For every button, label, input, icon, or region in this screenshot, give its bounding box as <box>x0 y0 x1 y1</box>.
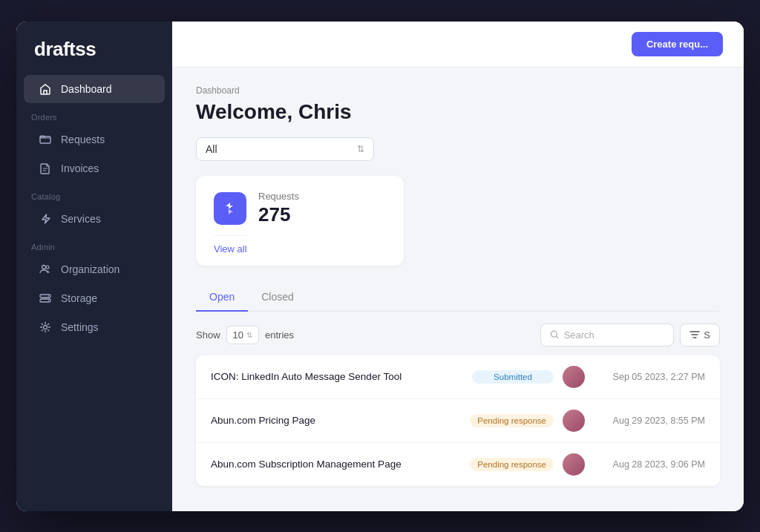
folder-icon <box>39 133 52 146</box>
sidebar-item-organization-label: Organization <box>61 263 119 275</box>
sidebar-item-dashboard[interactable]: Dashboard <box>24 75 165 103</box>
svg-point-7 <box>48 295 50 297</box>
entries-value: 10 <box>233 329 243 341</box>
table-row[interactable]: Abun.com Pricing Page Pending response A… <box>196 399 720 443</box>
sidebar-item-invoices-label: Invoices <box>61 162 99 174</box>
stats-card-top: Requests 275 <box>214 191 386 226</box>
orders-section-label: Orders <box>16 104 172 125</box>
file-icon <box>39 162 52 175</box>
app-window: draftss Dashboard Orders <box>16 22 744 511</box>
catalog-section-label: Catalog <box>16 183 172 204</box>
storage-icon <box>39 292 52 305</box>
status-badge: Pending response <box>470 414 554 427</box>
content-area: Dashboard Welcome, Chris All ⇅ <box>172 68 744 511</box>
svg-point-4 <box>46 266 49 269</box>
sidebar: draftss Dashboard Orders <box>16 22 172 511</box>
main-content: Create requ... Dashboard Welcome, Chris … <box>172 22 744 511</box>
filter-value: All <box>206 143 217 155</box>
sidebar-item-settings[interactable]: Settings <box>24 313 165 341</box>
sidebar-item-organization[interactable]: Organization <box>24 255 165 283</box>
gear-icon <box>39 321 52 334</box>
row-date: Aug 28 2023, 9:06 PM <box>594 459 705 470</box>
tab-open[interactable]: Open <box>196 283 248 312</box>
requests-table: ICON: LinkedIn Auto Message Sender Tool … <box>196 355 720 486</box>
view-all-link[interactable]: View all <box>214 235 247 254</box>
table-row[interactable]: ICON: LinkedIn Auto Message Sender Tool … <box>196 355 720 399</box>
lightning-icon <box>39 212 52 226</box>
stats-label: Requests <box>258 191 299 202</box>
sidebar-item-settings-label: Settings <box>61 321 99 333</box>
table-toolbar: Show 10 ⇅ entries <box>196 324 720 347</box>
breadcrumb: Dashboard <box>196 85 720 96</box>
sidebar-item-invoices[interactable]: Invoices <box>24 154 165 183</box>
svg-point-9 <box>44 325 48 329</box>
filter-label: S <box>704 329 710 341</box>
entries-select[interactable]: 10 ⇅ <box>226 326 259 344</box>
admin-section-label: Admin <box>16 234 172 254</box>
show-entries: Show 10 ⇅ entries <box>196 326 294 344</box>
chevron-updown-icon: ⇅ <box>357 144 364 154</box>
request-tabs: Open Closed <box>196 283 720 312</box>
page-title: Welcome, Chris <box>196 100 720 124</box>
status-badge: Pending response <box>470 458 554 471</box>
home-icon <box>39 82 52 96</box>
entries-arrows: ⇅ <box>246 331 252 339</box>
sort-filter-button[interactable]: S <box>680 324 720 347</box>
stats-card: Requests 275 View all <box>196 176 404 266</box>
avatar <box>563 410 585 432</box>
avatar <box>563 453 585 476</box>
topbar: Create requ... <box>172 22 744 68</box>
row-date: Sep 05 2023, 2:27 PM <box>594 372 705 382</box>
stats-info: Requests 275 <box>258 191 299 226</box>
status-badge: Submitted <box>472 370 554 384</box>
users-icon <box>39 263 52 276</box>
sidebar-item-services-label: Services <box>61 213 101 225</box>
svg-point-3 <box>42 265 46 269</box>
tab-closed[interactable]: Closed <box>248 283 307 312</box>
stats-value: 275 <box>258 203 299 226</box>
search-area: S <box>540 324 720 347</box>
row-title: Abun.com Pricing Page <box>211 415 461 426</box>
table-row[interactable]: Abun.com Subscription Management Page Pe… <box>196 443 720 486</box>
sidebar-item-services[interactable]: Services <box>24 205 165 233</box>
sidebar-item-requests-label: Requests <box>61 134 105 145</box>
search-input[interactable] <box>564 329 665 341</box>
app-logo: draftss <box>16 22 172 74</box>
show-label: Show <box>196 329 220 341</box>
search-box[interactable] <box>540 324 674 347</box>
sidebar-item-storage-label: Storage <box>61 292 97 304</box>
filter-dropdown[interactable]: All ⇅ <box>196 137 374 161</box>
create-request-button[interactable]: Create requ... <box>632 32 723 56</box>
row-title: Abun.com Subscription Management Page <box>211 459 461 470</box>
svg-point-8 <box>48 300 50 301</box>
sidebar-item-storage[interactable]: Storage <box>24 284 165 312</box>
requests-icon-box <box>214 192 246 225</box>
sidebar-nav: Dashboard Orders Requests <box>16 74 172 511</box>
row-title: ICON: LinkedIn Auto Message Sender Tool <box>211 371 463 382</box>
sidebar-item-requests[interactable]: Requests <box>24 125 165 154</box>
row-date: Aug 29 2023, 8:55 PM <box>594 416 705 426</box>
filter-icon <box>689 329 700 340</box>
entries-label: entries <box>265 329 294 341</box>
sidebar-item-dashboard-label: Dashboard <box>61 83 112 95</box>
search-icon <box>550 329 559 340</box>
avatar <box>563 366 585 388</box>
